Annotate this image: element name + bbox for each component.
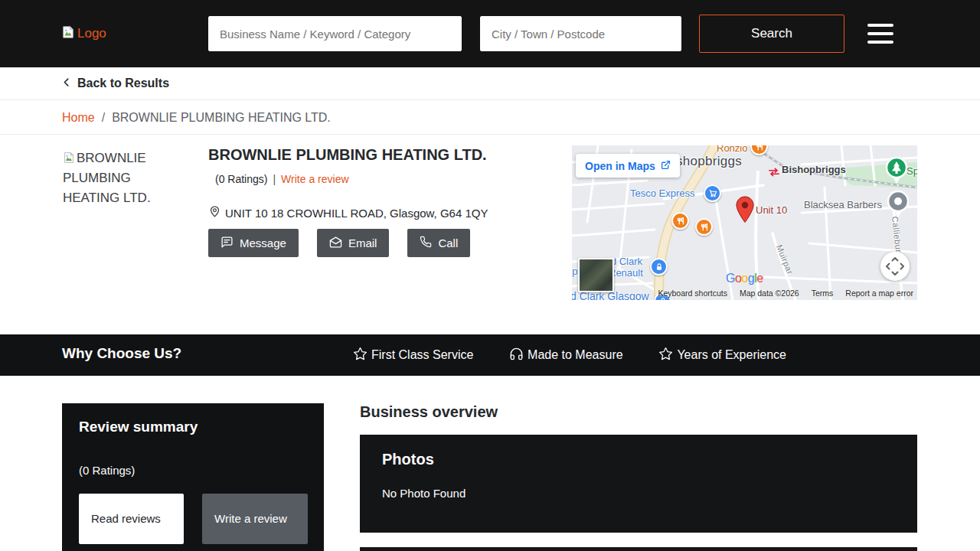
ratings-count: (0 Ratings) <box>215 173 267 185</box>
marker-label: Unit 10 <box>756 204 787 216</box>
headphones-icon <box>509 347 524 364</box>
pan-control[interactable] <box>880 252 910 281</box>
location-search-input[interactable] <box>480 16 681 51</box>
breadcrumb-current: BROWNLIE PLUMBING HEATING LTD. <box>112 111 331 125</box>
map-poi-label[interactable]: Ronzio <box>717 145 747 154</box>
header: Logo Search <box>0 0 980 67</box>
next-section-panel <box>360 547 917 551</box>
action-buttons: Message Email Call <box>208 229 470 257</box>
rail-station-icon <box>768 166 780 180</box>
review-summary-card: Review summary (0 Ratings) Read reviews … <box>62 403 324 551</box>
why-items: First Class Service Made to Measure Year… <box>353 334 786 376</box>
restaurant-pin-icon[interactable] <box>695 218 713 236</box>
map-poi-label-partial: op <box>572 266 577 277</box>
ratings-separator: | <box>273 173 276 185</box>
why-item-first-class: First Class Service <box>353 347 473 364</box>
logo-alt-text: Logo <box>77 26 106 41</box>
map-poi-label[interactable]: Blacksea Barbers <box>804 199 882 210</box>
breadcrumb-home-link[interactable]: Home <box>62 111 95 125</box>
map-poi-label[interactable]: Tesco Express <box>630 187 695 199</box>
listing-image-broken: BROWNLIE PLUMBING HEATING LTD. <box>63 148 179 208</box>
review-ratings-count: (0 Ratings) <box>79 464 135 477</box>
photos-title: Photos <box>382 451 434 468</box>
business-title: BROWNLIE PLUMBING HEATING LTD. <box>208 146 487 164</box>
open-in-maps-button[interactable]: Open in Maps <box>576 154 680 178</box>
map-embed[interactable]: Calliebur Muirpar shopbriggs Ronzio Bish… <box>572 145 917 300</box>
address-row: UNIT 10 18 CROWHILL ROAD, Glasgow, G64 1… <box>208 205 488 220</box>
phone-icon <box>420 236 432 250</box>
write-review-button[interactable]: Write a review <box>202 494 308 544</box>
park-pin-icon[interactable] <box>885 156 908 185</box>
map-attribution: Keyboard shortcuts Map data ©2026 Terms … <box>658 289 913 298</box>
location-pin-icon <box>208 205 221 220</box>
keyboard-shortcuts-link[interactable]: Keyboard shortcuts <box>658 289 727 298</box>
supermarket-pin-icon[interactable] <box>704 184 721 202</box>
address-text: UNIT 10 18 CROWHILL ROAD, Glasgow, G64 1… <box>225 207 488 220</box>
restaurant-pin-icon[interactable] <box>671 212 689 230</box>
why-item-made-to-measure: Made to Measure <box>509 347 623 364</box>
map-poi-label-partial[interactable]: Sp <box>906 165 917 177</box>
rating-row: (0 Ratings) | Write a review <box>215 173 349 185</box>
photos-panel: Photos No Photo Found <box>360 435 917 533</box>
email-icon <box>329 236 342 251</box>
menu-icon[interactable] <box>867 24 893 44</box>
chevron-left-icon <box>61 77 73 91</box>
external-link-icon <box>661 160 671 172</box>
search-button[interactable]: Search <box>699 15 844 53</box>
read-reviews-button[interactable]: Read reviews <box>79 494 184 544</box>
keyword-search-input[interactable] <box>208 16 462 51</box>
map-station-label[interactable]: Bishopbriggs <box>782 164 846 175</box>
map-data-text: Map data ©2026 <box>740 289 799 298</box>
star-icon <box>353 347 368 364</box>
back-label: Back to Results <box>77 77 169 90</box>
destination-marker-icon[interactable] <box>735 196 755 223</box>
back-to-results-link[interactable]: Back to Results <box>0 67 980 100</box>
message-button[interactable]: Message <box>208 229 299 257</box>
terms-link[interactable]: Terms <box>812 289 834 298</box>
why-item-experience: Years of Experience <box>658 347 786 364</box>
dealer-pin-icon[interactable] <box>650 258 668 276</box>
generic-pin-icon[interactable] <box>887 190 910 219</box>
map-town-label: shopbriggs <box>676 154 742 169</box>
site-logo[interactable]: Logo <box>61 0 106 67</box>
listing-image-alt-text: BROWNLIE PLUMBING HEATING LTD. <box>63 151 151 205</box>
breadcrumb-separator: / <box>102 111 105 125</box>
report-map-error-link[interactable]: Report a map error <box>845 289 913 298</box>
google-logo[interactable]: Google <box>726 272 763 285</box>
why-title: Why Choose Us? <box>62 345 181 362</box>
photos-empty-text: No Photo Found <box>382 487 466 500</box>
message-icon <box>220 236 234 251</box>
call-button[interactable]: Call <box>407 229 470 257</box>
why-choose-us-band: Why Choose Us? First Class Service Made … <box>0 334 980 376</box>
email-button[interactable]: Email <box>317 229 390 257</box>
review-summary-title: Review summary <box>79 419 198 435</box>
broken-image-icon <box>61 25 75 42</box>
satellite-view-toggle[interactable] <box>578 258 614 292</box>
star-icon <box>658 347 673 364</box>
business-overview-title: Business overview <box>360 403 498 421</box>
breadcrumb: Home / BROWNLIE PLUMBING HEATING LTD. <box>0 101 980 135</box>
page: Logo Search Back to Results Home / BROWN… <box>0 0 980 551</box>
write-review-link[interactable]: Write a review <box>281 173 348 185</box>
